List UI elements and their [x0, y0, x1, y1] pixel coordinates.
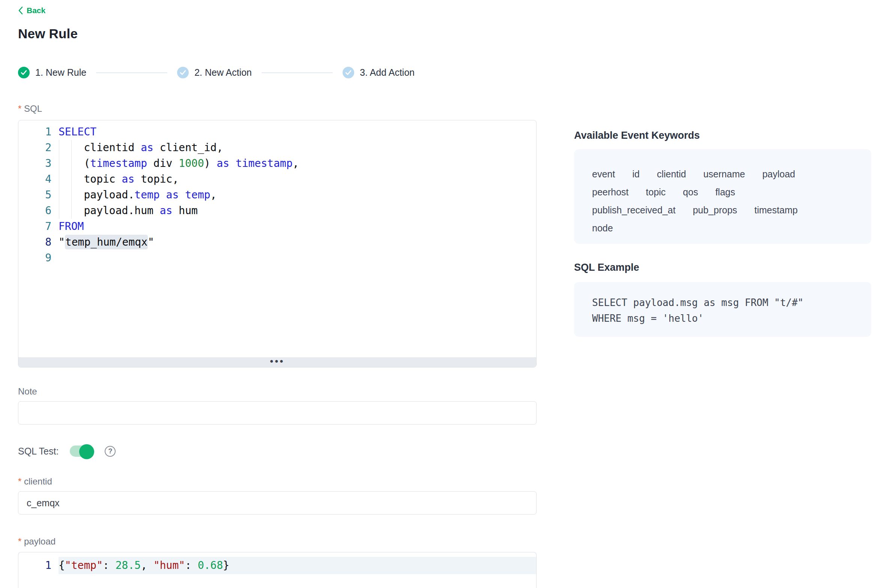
toggle-knob — [79, 444, 94, 459]
code-line: 5 payload.temp as temp, — [18, 187, 536, 203]
line-code: {"temp": 28.5, "hum": 0.68} — [59, 557, 536, 574]
note-field-label: Note — [18, 386, 37, 397]
keyword-row: peerhosttopicqosflags — [592, 183, 853, 201]
keyword-row: node — [592, 219, 853, 237]
sql-test-toggle[interactable] — [70, 446, 93, 457]
event-keywords-panel: eventidclientidusernamepayloadpeerhostto… — [574, 149, 871, 244]
line-number: 5 — [18, 187, 59, 203]
clientid-input[interactable] — [18, 491, 537, 514]
resize-dots-icon: ••• — [270, 359, 284, 366]
keyword-username: username — [703, 169, 745, 180]
line-code: (timestamp div 1000) as timestamp, — [59, 156, 536, 171]
code-line: 1{"temp": 28.5, "hum": 0.68} — [18, 557, 536, 574]
step-label: 3. Add Action — [360, 67, 415, 78]
keyword-clientid: clientid — [657, 169, 686, 180]
sql-test-label: SQL Test: — [18, 446, 59, 457]
help-icon[interactable]: ? — [105, 446, 116, 457]
line-number: 6 — [18, 203, 59, 219]
code-line: 8"temp_hum/emqx" — [18, 234, 536, 250]
line-code: topic as topic, — [59, 171, 536, 187]
back-label: Back — [27, 6, 45, 15]
code-line: 7FROM — [18, 219, 536, 234]
line-code: payload.hum as hum — [59, 203, 536, 219]
line-number: 9 — [18, 250, 59, 266]
keyword-id: id — [632, 169, 639, 180]
keyword-flags: flags — [715, 187, 735, 198]
sql-example-title: SQL Example — [574, 262, 639, 273]
step-label: 1. New Rule — [35, 67, 86, 78]
sql-editor-content[interactable]: 1SELECT2 clientid as client_id,3 (timest… — [18, 120, 536, 357]
payload-editor-content[interactable]: 1{"temp": 28.5, "hum": 0.68} — [18, 552, 536, 574]
back-link[interactable]: Back — [18, 6, 45, 15]
payload-code-editor[interactable]: 1{"temp": 28.5, "hum": 0.68} — [18, 552, 537, 588]
wizard-stepper: 1. New Rule2. New Action3. Add Action — [18, 67, 415, 78]
code-line: 1SELECT — [18, 124, 536, 140]
keyword-node: node — [592, 223, 613, 234]
keyword-event: event — [592, 169, 615, 180]
line-number: 3 — [18, 156, 59, 171]
keyword-payload: payload — [762, 169, 795, 180]
chevron-left-icon — [18, 6, 23, 15]
line-number: 1 — [18, 124, 59, 140]
line-number: 8 — [18, 234, 59, 250]
keyword-pub_props: pub_props — [693, 205, 737, 216]
line-number: 2 — [18, 140, 59, 156]
line-number: 1 — [18, 557, 59, 574]
line-code: clientid as client_id, — [59, 140, 536, 156]
step-check-icon — [18, 67, 30, 78]
payload-field-label: payload — [18, 536, 56, 547]
step-check-icon — [177, 67, 189, 78]
step-label: 2. New Action — [194, 67, 252, 78]
code-line: 9 — [18, 250, 536, 266]
sql-example-line: WHERE msg = 'hello' — [592, 310, 853, 326]
event-keywords-title: Available Event Keywords — [574, 130, 700, 141]
keyword-qos: qos — [683, 187, 698, 198]
line-code: FROM — [59, 219, 536, 234]
line-code: SELECT — [59, 124, 536, 140]
step-1: 1. New Rule — [18, 67, 86, 78]
code-line: 3 (timestamp div 1000) as timestamp, — [18, 156, 536, 171]
editor-resize-handle[interactable]: ••• — [18, 357, 536, 367]
step-3: 3. Add Action — [343, 67, 415, 78]
line-code: payload.temp as temp, — [59, 187, 536, 203]
keyword-timestamp: timestamp — [755, 205, 798, 216]
code-line: 2 clientid as client_id, — [18, 140, 536, 156]
line-code — [59, 250, 536, 266]
keyword-row: publish_received_atpub_propstimestamp — [592, 201, 853, 219]
line-code: "temp_hum/emqx" — [59, 234, 536, 250]
clientid-field-label: clientid — [18, 476, 52, 487]
keyword-topic: topic — [646, 187, 666, 198]
step-check-icon — [343, 67, 354, 78]
code-line: 6 payload.hum as hum — [18, 203, 536, 219]
step-2: 2. New Action — [177, 67, 252, 78]
sql-field-label: SQL — [18, 104, 42, 114]
sql-example-panel: SELECT payload.msg as msg FROM "t/#"WHER… — [574, 282, 871, 337]
keyword-peerhost: peerhost — [592, 187, 628, 198]
page-title: New Rule — [18, 26, 78, 41]
sql-example-line: SELECT payload.msg as msg FROM "t/#" — [592, 295, 853, 310]
step-connector — [96, 72, 167, 73]
sql-code-editor[interactable]: 1SELECT2 clientid as client_id,3 (timest… — [18, 120, 537, 368]
code-line: 4 topic as topic, — [18, 171, 536, 187]
keyword-publish_received_at: publish_received_at — [592, 205, 675, 216]
note-input[interactable] — [18, 401, 537, 424]
keyword-row: eventidclientidusernamepayload — [592, 165, 853, 183]
line-number: 7 — [18, 219, 59, 234]
line-number: 4 — [18, 171, 59, 187]
step-connector — [262, 72, 333, 73]
